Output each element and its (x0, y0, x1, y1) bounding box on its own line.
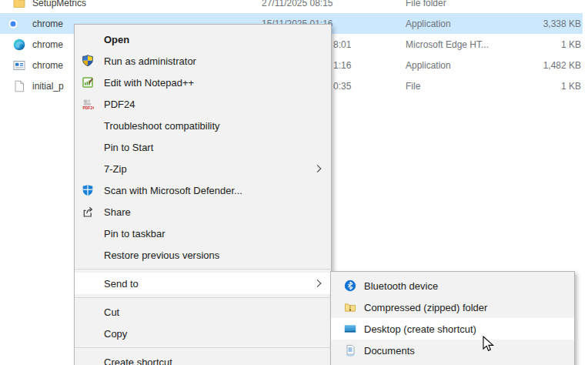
file-type: Application (406, 60, 451, 71)
send-to-submenu: Bluetooth device Compressed (zipped) fol… (330, 271, 575, 365)
share-icon (81, 205, 95, 219)
menu-item-share[interactable]: Share (75, 201, 331, 223)
manifest-file-icon (13, 59, 25, 72)
documents-icon (344, 344, 356, 357)
edge-logo-icon (13, 39, 25, 51)
file-date: 1:16 (333, 60, 351, 71)
menu-item-send-to[interactable]: Send to (75, 273, 331, 294)
blank-file-icon (13, 80, 25, 92)
submenu-chevron-icon (314, 165, 322, 172)
file-name: initial_p (32, 81, 64, 92)
file-row[interactable]: SetupMetrics 27/11/2025 08:15 File folde… (0, 0, 588, 13)
submenu-item-compressed-folder[interactable]: Compressed (zipped) folder (331, 296, 574, 318)
file-name: chrome (32, 18, 63, 29)
menu-item-7zip[interactable]: 7-Zip (75, 158, 331, 179)
file-date: 0:35 (333, 81, 351, 92)
menu-item-open[interactable]: Open (75, 28, 331, 50)
bluetooth-icon (344, 280, 356, 292)
folder-icon (13, 0, 25, 9)
file-size: 1 KB (504, 81, 581, 92)
file-name: chrome (32, 39, 63, 50)
menu-item-pin-to-start[interactable]: Pin to Start (75, 136, 331, 158)
submenu-item-bluetooth-device[interactable]: Bluetooth device (331, 275, 574, 296)
notepad-plus-plus-icon (81, 75, 95, 89)
file-date: 8:01 (333, 39, 351, 50)
zipped-folder-icon (344, 301, 356, 313)
menu-item-edit-with-notepadpp[interactable]: Edit with Notepad++ (75, 72, 331, 93)
explorer-file-area: SetupMetrics 27/11/2025 08:15 File folde… (0, 0, 588, 365)
menu-item-pin-to-taskbar[interactable]: Pin to taskbar (75, 223, 331, 244)
svg-text:PDF24: PDF24 (82, 105, 94, 110)
desktop-monitor-icon (344, 323, 356, 335)
context-menu: Open Run as administrator (74, 24, 332, 365)
submenu-item-desktop-create-shortcut[interactable]: Desktop (create shortcut) (331, 318, 574, 340)
menu-item-run-as-administrator[interactable]: Run as administrator (75, 50, 331, 72)
file-size: 1 KB (504, 39, 581, 50)
menu-item-scan-with-defender[interactable]: Scan with Microsoft Defender... (75, 179, 331, 201)
file-size: 1,482 KB (504, 60, 581, 71)
file-type: File folder (406, 0, 446, 8)
file-size: 3,338 KB (504, 18, 581, 29)
menu-item-pdf24[interactable]: PDF24 PDF24 (75, 93, 331, 115)
defender-shield-icon (81, 183, 95, 197)
file-type: Application (406, 18, 451, 29)
menu-item-troubleshoot-compatibility[interactable]: Troubleshoot compatibility (75, 115, 331, 136)
file-type: File (406, 81, 420, 92)
file-name: chrome (32, 60, 63, 71)
menu-item-copy[interactable]: Copy (75, 323, 331, 344)
menu-item-restore-previous-versions[interactable]: Restore previous versions (75, 244, 331, 266)
menu-separator (75, 269, 331, 270)
mouse-cursor-icon (483, 336, 495, 356)
menu-item-cut[interactable]: Cut (75, 301, 331, 323)
uac-shield-icon (81, 54, 95, 68)
menu-separator (75, 297, 331, 298)
pdf24-icon: PDF24 (81, 97, 95, 111)
menu-separator (75, 347, 331, 348)
submenu-chevron-icon (314, 280, 322, 287)
submenu-item-documents[interactable]: Documents (331, 340, 574, 361)
menu-item-create-shortcut[interactable]: Create shortcut (75, 351, 331, 365)
file-date: 27/11/2025 08:15 (262, 0, 333, 8)
file-type: Microsoft Edge HT... (406, 39, 489, 50)
file-name: SetupMetrics (32, 0, 86, 8)
